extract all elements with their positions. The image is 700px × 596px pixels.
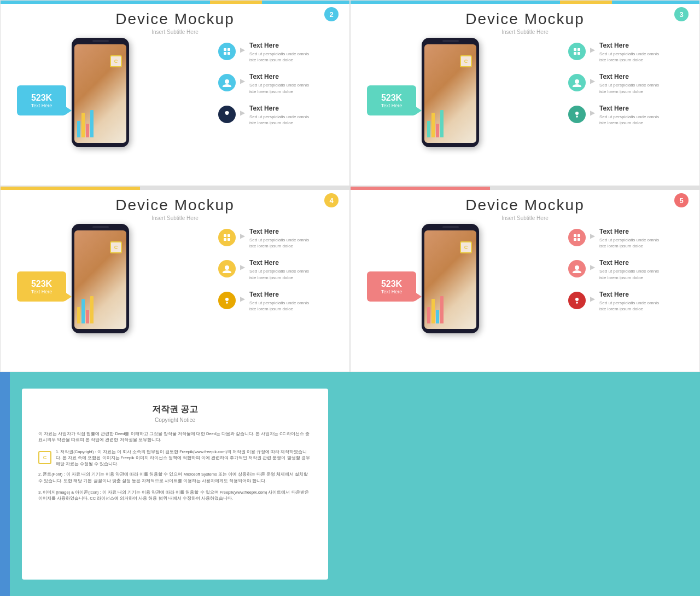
- svg-rect-3: [228, 52, 230, 55]
- slide-4-feature-3: ▶ Text Here Sed ut perspiciatis unde omn…: [568, 291, 683, 312]
- svg-rect-17: [574, 238, 576, 241]
- slide-4-title: Device Mockup: [351, 187, 699, 214]
- s3-feature-2-icon: [218, 260, 236, 277]
- slide-3-stat-num: 523K: [31, 279, 52, 289]
- slide-3-arrow: [65, 281, 72, 303]
- s2-feature-2-desc: Sed ut perspiciatis unde omnisiste lorem…: [599, 82, 683, 94]
- feature-1-icon: [218, 43, 236, 60]
- s3-feature-3-title: Text Here: [249, 291, 333, 298]
- phone-4-chart: [427, 296, 444, 323]
- svg-point-9: [575, 112, 579, 115]
- s4-feature-2-arrow: ▶: [590, 263, 595, 271]
- phone-2-screen: C: [424, 44, 476, 143]
- svg-rect-1: [228, 48, 230, 51]
- slide-3-stat-label: Text Here: [31, 289, 52, 294]
- s2-feature-2-title: Text Here: [599, 73, 683, 80]
- slide-1-feature-1: ▶ Text Here Sed ut perspiciatis unde omn…: [218, 42, 333, 63]
- feature-2-text: Text Here Sed ut perspiciatis unde omnis…: [249, 73, 333, 94]
- copyright-subtitle: Copyright Notice: [38, 417, 312, 423]
- phone-2-logo: C: [460, 55, 472, 67]
- s3-feature-2-title: Text Here: [249, 259, 333, 267]
- s3-feature-3-text: Text Here Sed ut perspiciatis unde omnis…: [249, 291, 333, 312]
- s4-feature-3-icon: [568, 292, 586, 309]
- svg-rect-15: [574, 234, 576, 237]
- slide-4-arrow: [415, 281, 422, 303]
- copyright-body1: 이 자료는 사업자가 직접 법률에 관련한 Deed를 이해하고 그것을 창작물…: [38, 431, 312, 443]
- slide-3-title: Device Mockup: [1, 187, 349, 214]
- svg-point-19: [575, 298, 579, 301]
- s3-feature-1-arrow: ▶: [240, 232, 245, 240]
- feature-1-arrow: ▶: [240, 46, 245, 54]
- slide-2-subtitle: Insert Subtitle Here: [351, 29, 699, 35]
- s2-feature-1-icon: [568, 43, 586, 60]
- slide-3-badge: 4: [324, 193, 339, 207]
- slide-2-features: ▶ Text Here Sed ut perspiciatis unde omn…: [568, 42, 683, 136]
- slide-2-feature-1: ▶ Text Here Sed ut perspiciatis unde omn…: [568, 42, 683, 63]
- slide-3-feature-3: ▶ Text Here Sed ut perspiciatis unde omn…: [218, 291, 333, 312]
- svg-rect-12: [224, 238, 226, 241]
- feature-3-arrow: ▶: [240, 109, 245, 117]
- s2-feature-3-title: Text Here: [599, 105, 683, 112]
- slide-2-stat: 523K Text Here: [367, 85, 416, 115]
- copyright-slide: 저작권 공고 Copyright Notice 이 자료는 사업자가 직접 법률…: [0, 372, 350, 596]
- copyright-section2: 2. 폰트(Font) : 이 자료 내의 기기는 이용 약관에 따라 이를 허…: [38, 471, 312, 484]
- feature-1-desc: Sed ut perspiciatis unde omnisiste lorem…: [249, 51, 333, 63]
- phone-logo: C: [110, 55, 122, 67]
- slide-2: 3 Device Mockup Insert Subtitle Here C 5…: [350, 0, 700, 186]
- copyright-logo-row: C 1. 저작권(Copyright) : 이 자료는 이 회사 소속의 법무팀…: [38, 449, 312, 467]
- phone-3-logo: C: [110, 241, 122, 253]
- slide-3-bar: [1, 187, 349, 190]
- svg-rect-8: [578, 52, 580, 55]
- copyright-section3: 3. 이미지(Image) & 아이콘(Icon) : 이 자료 내의 기기는 …: [38, 489, 312, 502]
- s3-feature-1-desc: Sed ut perspiciatis unde omnisiste lorem…: [249, 237, 333, 249]
- slide-1: 2 Device Mockup Insert Subtitle Here C 5…: [0, 0, 350, 186]
- s3-feature-1-text: Text Here Sed ut perspiciatis unde omnis…: [249, 228, 333, 249]
- feature-2-desc: Sed ut perspiciatis unde omnisiste lorem…: [249, 82, 333, 94]
- s3-feature-1-title: Text Here: [249, 228, 333, 235]
- slide-1-subtitle: Insert Subtitle Here: [1, 29, 349, 35]
- teal-right-panel: [350, 372, 700, 596]
- feature-3-title: Text Here: [249, 105, 333, 112]
- svg-rect-10: [224, 234, 226, 237]
- phone-screen: C: [74, 44, 126, 143]
- s4-feature-2-desc: Sed ut perspiciatis unde omnisiste lorem…: [599, 268, 683, 280]
- s3-feature-2-text: Text Here Sed ut perspiciatis unde omnis…: [249, 259, 333, 280]
- slide-4-stat-label: Text Here: [381, 289, 402, 294]
- s4-feature-1-icon: [568, 229, 586, 246]
- phone-3-screen: C: [74, 230, 126, 329]
- feature-2-arrow: ▶: [240, 77, 245, 85]
- svg-point-14: [225, 298, 229, 301]
- phone-4-camera: [442, 226, 459, 228]
- s3-feature-2-desc: Sed ut perspiciatis unde omnisiste lorem…: [249, 268, 333, 280]
- s2-feature-3-arrow: ▶: [590, 109, 595, 117]
- svg-rect-11: [228, 234, 230, 237]
- copyright-title: 저작권 공고: [38, 404, 312, 415]
- s3-feature-3-desc: Sed ut perspiciatis unde omnisiste lorem…: [249, 300, 333, 312]
- s4-feature-3-desc: Sed ut perspiciatis unde omnisiste lorem…: [599, 300, 683, 312]
- svg-rect-18: [578, 238, 580, 241]
- slide-1-stat: 523K Text Here: [17, 85, 66, 115]
- slide-2-badge: 3: [674, 7, 689, 21]
- copyright-inner: 저작권 공고 Copyright Notice 이 자료는 사업자가 직접 법률…: [22, 389, 328, 580]
- phone-2-camera: [442, 40, 459, 42]
- main-grid: 2 Device Mockup Insert Subtitle Here C 5…: [0, 0, 700, 596]
- slide-1-phone: C: [72, 38, 129, 147]
- slide-1-stat-num: 523K: [31, 93, 52, 103]
- slide-2-phone: C: [422, 38, 479, 147]
- slide-2-stat-label: Text Here: [381, 103, 402, 108]
- svg-rect-6: [578, 48, 580, 51]
- slide-4-stat: 523K Text Here: [367, 271, 416, 302]
- slide-2-stat-num: 523K: [381, 93, 402, 103]
- feature-3-text: Text Here Sed ut perspiciatis unde omnis…: [249, 105, 333, 126]
- phone-chart: [77, 110, 94, 137]
- s2-feature-2-text: Text Here Sed ut perspiciatis unde omnis…: [599, 73, 683, 94]
- copyright-c-logo: C: [38, 451, 51, 464]
- blue-sidebar-bar: [0, 372, 10, 596]
- slide-3-feature-1: ▶ Text Here Sed ut perspiciatis unde omn…: [218, 228, 333, 249]
- svg-rect-13: [228, 238, 230, 241]
- s2-feature-1-text: Text Here Sed ut perspiciatis unde omnis…: [599, 42, 683, 63]
- copyright-section1: 1. 저작권(Copyright) : 이 자료는 이 회사 소속의 법무팀이 …: [56, 449, 312, 467]
- slide-2-title: Device Mockup: [351, 1, 699, 28]
- slide-2-feature-2: ▶ Text Here Sed ut perspiciatis unde omn…: [568, 73, 683, 94]
- svg-rect-7: [574, 52, 576, 55]
